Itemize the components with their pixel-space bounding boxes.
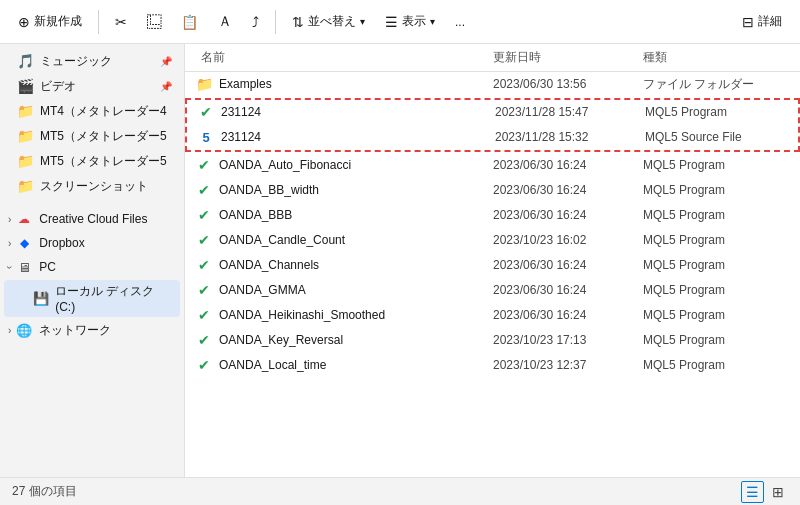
- file-row[interactable]: OANDA_BBB 2023/06/30 16:24 MQL5 Program: [185, 203, 800, 228]
- chevron-right-icon: ›: [8, 214, 11, 225]
- file-row[interactable]: OANDA_Auto_Fibonacci 2023/06/30 16:24 MQ…: [185, 153, 800, 178]
- more-button[interactable]: ...: [447, 11, 473, 33]
- grid-view-button[interactable]: ⊞: [768, 481, 788, 503]
- sidebar-item-video[interactable]: 🎬 ビデオ 📌: [4, 74, 180, 98]
- file-type-col: MQL5 Program: [635, 208, 800, 222]
- view-chevron-icon: ▾: [430, 16, 435, 27]
- file-row[interactable]: 📁 Examples 2023/06/30 13:56 ファイル フォルダー: [185, 72, 800, 97]
- folder-icon: 📁: [195, 75, 213, 93]
- paste-icon: 📋: [181, 14, 198, 30]
- highlighted-group: 231124 2023/11/28 15:47 MQL5 Program 5 2…: [185, 98, 800, 152]
- file-name-col: OANDA_BB_width: [185, 181, 485, 199]
- file-name-col: 📁 Examples: [185, 75, 485, 93]
- file-date-col: 2023/10/23 16:02: [485, 233, 635, 247]
- chevron-right-icon-dropbox: ›: [8, 238, 11, 249]
- file-row[interactable]: OANDA_GMMA 2023/06/30 16:24 MQL5 Program: [185, 278, 800, 303]
- sidebar-item-localdisk[interactable]: 💾 ローカル ディスク (C:): [4, 280, 180, 317]
- file-type-col: MQL5 Source File: [637, 130, 798, 144]
- rename-button[interactable]: Ａ: [210, 9, 240, 35]
- pc-icon: 🖥: [15, 258, 33, 276]
- file-list: 📁 Examples 2023/06/30 13:56 ファイル フォルダー 2…: [185, 72, 800, 477]
- file-name-col: OANDA_Key_Reversal: [185, 331, 485, 349]
- col-header-date[interactable]: 更新日時: [485, 44, 635, 71]
- sidebar-section-creative[interactable]: › ☁ Creative Cloud Files: [0, 207, 184, 231]
- file-date-col: 2023/06/30 16:24: [485, 258, 635, 272]
- share-icon: ⤴: [252, 14, 259, 30]
- pin-icon: 📌: [160, 56, 172, 67]
- sort-icon: ⇅: [292, 14, 304, 30]
- file-type-col: MQL5 Program: [637, 105, 798, 119]
- toolbar: ⊕ 新規作成 ✂ ⿺ 📋 Ａ ⤴ ⇅ 並べ替え ▾ ☰ 表示 ▾ ... ⊟ 詳…: [0, 0, 800, 44]
- file-name-col: OANDA_Heikinashi_Smoothed: [185, 306, 485, 324]
- file-date-col: 2023/06/30 16:24: [485, 183, 635, 197]
- list-view-button[interactable]: ☰: [741, 481, 764, 503]
- col-header-name[interactable]: 名前: [185, 44, 485, 71]
- file-type-col: ファイル フォルダー: [635, 76, 800, 93]
- file-name-col: 231124: [187, 103, 487, 121]
- file-row[interactable]: OANDA_Candle_Count 2023/10/23 16:02 MQL5…: [185, 228, 800, 253]
- file-row[interactable]: OANDA_Local_time 2023/10/23 12:37 MQL5 P…: [185, 353, 800, 378]
- file-row[interactable]: 5 231124 2023/11/28 15:32 MQL5 Source Fi…: [187, 125, 798, 150]
- view-button[interactable]: ☰ 表示 ▾: [377, 9, 443, 34]
- paste-button[interactable]: 📋: [173, 10, 206, 34]
- sidebar-section-network[interactable]: › 🌐 ネットワーク: [0, 318, 184, 342]
- mql5-check-icon: [195, 181, 213, 199]
- sidebar-item-mt5a[interactable]: 📁 MT5（メタトレーダー5: [4, 124, 180, 148]
- file-row[interactable]: OANDA_Heikinashi_Smoothed 2023/06/30 16:…: [185, 303, 800, 328]
- file-header: 名前 更新日時 種類: [185, 44, 800, 72]
- music-icon: 🎵: [16, 52, 34, 70]
- sidebar-item-screenshot[interactable]: 📁 スクリーンショット: [4, 174, 180, 198]
- file-type-col: MQL5 Program: [635, 233, 800, 247]
- file-row[interactable]: 231124 2023/11/28 15:47 MQL5 Program: [187, 100, 798, 125]
- file-date-col: 2023/06/30 16:24: [485, 208, 635, 222]
- file-date-col: 2023/06/30 13:56: [485, 77, 635, 91]
- main-area: 🎵 ミュージック 📌 🎬 ビデオ 📌 📁 MT4（メタトレーダー4 📁 MT5（…: [0, 44, 800, 477]
- file-name-col: 5 231124: [187, 128, 487, 146]
- status-bar: 27 個の項目 ☰ ⊞: [0, 477, 800, 505]
- mql5-check-icon: [195, 156, 213, 174]
- video-icon: 🎬: [16, 77, 34, 95]
- file-type-col: MQL5 Program: [635, 183, 800, 197]
- mql5-check-icon: [197, 103, 215, 121]
- file-name-col: OANDA_GMMA: [185, 281, 485, 299]
- file-type-col: MQL5 Program: [635, 333, 800, 347]
- mql5-check-icon: [195, 256, 213, 274]
- share-button[interactable]: ⤴: [244, 10, 267, 34]
- sidebar-section-dropbox[interactable]: › ◆ Dropbox: [0, 231, 184, 255]
- view-toggle-group: ☰ ⊞: [741, 481, 788, 503]
- cut-button[interactable]: ✂: [107, 10, 135, 34]
- col-header-type[interactable]: 種類: [635, 44, 800, 71]
- mt5b-folder-icon: 📁: [16, 152, 34, 170]
- file-type-col: MQL5 Program: [635, 258, 800, 272]
- sort-button[interactable]: ⇅ 並べ替え ▾: [284, 9, 373, 34]
- file-date-col: 2023/10/23 12:37: [485, 358, 635, 372]
- rename-icon: Ａ: [218, 13, 232, 31]
- file-type-col: MQL5 Program: [635, 308, 800, 322]
- copy-button[interactable]: ⿺: [139, 10, 169, 34]
- file-row[interactable]: OANDA_Channels 2023/06/30 16:24 MQL5 Pro…: [185, 253, 800, 278]
- sidebar-item-mt4[interactable]: 📁 MT4（メタトレーダー4: [4, 99, 180, 123]
- file-date-col: 2023/06/30 16:24: [485, 158, 635, 172]
- sidebar-item-music[interactable]: 🎵 ミュージック 📌: [4, 49, 180, 73]
- mt5a-folder-icon: 📁: [16, 127, 34, 145]
- item-count: 27 個の項目: [12, 483, 77, 500]
- detail-panel-button[interactable]: ⊟ 詳細: [734, 9, 790, 34]
- mql5-check-icon: [195, 331, 213, 349]
- pin-icon-video: 📌: [160, 81, 172, 92]
- network-icon: 🌐: [15, 321, 33, 339]
- plus-icon: ⊕: [18, 14, 30, 30]
- sidebar-item-mt5b[interactable]: 📁 MT5（メタトレーダー5: [4, 149, 180, 173]
- file-name-col: OANDA_Auto_Fibonacci: [185, 156, 485, 174]
- sidebar-section-pc[interactable]: › 🖥 PC: [0, 255, 184, 279]
- file-date-col: 2023/11/28 15:32: [487, 130, 637, 144]
- new-button[interactable]: ⊕ 新規作成: [10, 9, 90, 34]
- sort-chevron-icon: ▾: [360, 16, 365, 27]
- chevron-down-icon-pc: ›: [4, 265, 15, 268]
- creative-cloud-icon: ☁: [15, 210, 33, 228]
- detail-icon: ⊟: [742, 14, 754, 30]
- file-row[interactable]: OANDA_BB_width 2023/06/30 16:24 MQL5 Pro…: [185, 178, 800, 203]
- mql5-check-icon: [195, 356, 213, 374]
- file-type-col: MQL5 Program: [635, 158, 800, 172]
- file-row[interactable]: OANDA_Key_Reversal 2023/10/23 17:13 MQL5…: [185, 328, 800, 353]
- file-date-col: 2023/11/28 15:47: [487, 105, 637, 119]
